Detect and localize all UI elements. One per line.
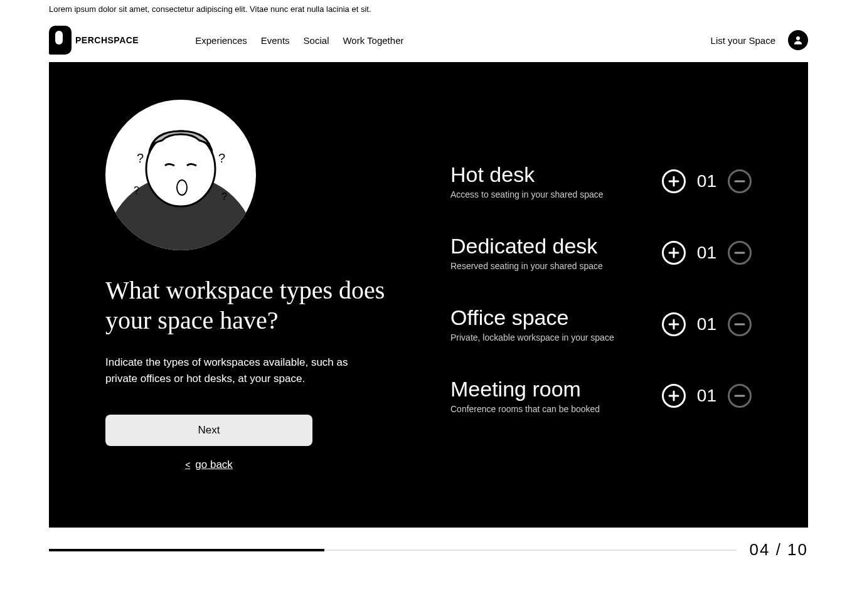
increment-button[interactable] <box>662 169 686 193</box>
progress-fill <box>49 549 324 551</box>
thinking-person-icon: ? ? ? ? <box>105 100 256 250</box>
logo-icon <box>49 26 72 55</box>
nav-work-together[interactable]: Work Together <box>343 35 403 46</box>
svg-text:?: ? <box>134 185 139 196</box>
decrement-button[interactable] <box>728 241 752 265</box>
workspace-info: Office space Private, lockable workspace… <box>450 305 662 343</box>
decrement-button[interactable] <box>728 312 752 336</box>
nav-experiences[interactable]: Experiences <box>195 35 247 46</box>
logo-text: PERCHSPACE <box>75 35 139 45</box>
go-back-label: go back <box>195 459 233 471</box>
left-column: ? ? ? ? What workspace types does your s… <box>105 100 388 471</box>
top-banner: Lorem ipsum dolor sit amet, consectetur … <box>0 0 857 18</box>
main-panel: ? ? ? ? What workspace types does your s… <box>49 62 808 528</box>
minus-icon <box>733 318 746 331</box>
page-indicator: 04 / 10 <box>749 540 808 560</box>
header: PERCHSPACE Experiences Events Social Wor… <box>0 18 857 62</box>
progress-bar <box>49 550 737 551</box>
banner-text: Lorem ipsum dolor sit amet, consectetur … <box>49 4 371 14</box>
go-back-link[interactable]: < go back <box>105 459 312 471</box>
workspace-info: Meeting room Conference rooms that can b… <box>450 377 662 414</box>
svg-text:?: ? <box>221 191 227 202</box>
minus-icon <box>733 390 746 402</box>
chevron-left-icon: < <box>185 460 190 470</box>
workspace-row-office-space: Office space Private, lockable workspace… <box>450 305 752 343</box>
workspace-title: Meeting room <box>450 377 662 401</box>
person-icon <box>792 35 804 46</box>
workspace-info: Hot desk Access to seating in your share… <box>450 162 662 199</box>
next-button[interactable]: Next <box>105 415 312 446</box>
workspace-desc: Private, lockable workspace in your spac… <box>450 332 662 343</box>
footer: 04 / 10 <box>49 540 808 560</box>
workspace-title: Hot desk <box>450 162 662 187</box>
nav-social[interactable]: Social <box>304 35 329 46</box>
workspace-title: Dedicated desk <box>450 234 662 258</box>
increment-button[interactable] <box>662 241 686 265</box>
quantity-stepper: 01 <box>662 384 752 408</box>
workspace-title: Office space <box>450 305 662 330</box>
minus-icon <box>733 247 746 259</box>
increment-button[interactable] <box>662 312 686 336</box>
plus-icon <box>668 318 680 331</box>
quantity-stepper: 01 <box>662 241 752 265</box>
workspace-row-meeting-room: Meeting room Conference rooms that can b… <box>450 377 752 414</box>
header-right: List your Space <box>711 30 808 50</box>
workspace-row-dedicated-desk: Dedicated desk Reserved seating in your … <box>450 234 752 271</box>
workspace-row-hot-desk: Hot desk Access to seating in your share… <box>450 162 752 199</box>
user-icon[interactable] <box>788 30 808 50</box>
minus-icon <box>733 175 746 188</box>
plus-icon <box>668 390 680 402</box>
plus-icon <box>668 175 680 188</box>
plus-icon <box>668 247 680 259</box>
workspace-list: Hot desk Access to seating in your share… <box>450 100 752 471</box>
main-nav: Experiences Events Social Work Together <box>195 35 403 46</box>
thinking-illustration: ? ? ? ? <box>105 100 256 250</box>
decrement-button[interactable] <box>728 384 752 408</box>
page-subtext: Indicate the types of workspaces availab… <box>105 354 381 386</box>
quantity-stepper: 01 <box>662 169 752 193</box>
stepper-value: 01 <box>697 314 716 334</box>
list-your-space-link[interactable]: List your Space <box>711 35 775 46</box>
svg-text:?: ? <box>218 151 225 165</box>
workspace-desc: Reserved seating in your shared space <box>450 261 662 271</box>
decrement-button[interactable] <box>728 169 752 193</box>
svg-text:?: ? <box>137 151 144 165</box>
increment-button[interactable] <box>662 384 686 408</box>
workspace-desc: Access to seating in your shared space <box>450 189 662 199</box>
workspace-desc: Conference rooms that can be booked <box>450 404 662 414</box>
stepper-value: 01 <box>697 171 716 191</box>
stepper-value: 01 <box>697 243 716 263</box>
quantity-stepper: 01 <box>662 312 752 336</box>
logo[interactable]: PERCHSPACE <box>49 26 139 55</box>
svg-point-3 <box>177 180 187 195</box>
workspace-info: Dedicated desk Reserved seating in your … <box>450 234 662 271</box>
page-heading: What workspace types does your space hav… <box>105 275 388 336</box>
nav-events[interactable]: Events <box>261 35 290 46</box>
svg-point-0 <box>796 36 800 40</box>
stepper-value: 01 <box>697 386 716 406</box>
